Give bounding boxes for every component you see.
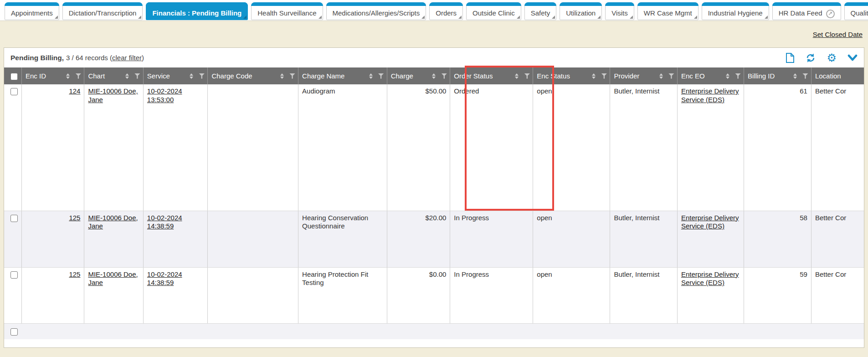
link-service[interactable]: 10-02-2024 13:53:00 [147, 87, 182, 103]
tab-label: Dictation/Transcription [69, 9, 137, 17]
link-enc_eo[interactable]: Enterprise Delivery Service (EDS) [681, 270, 739, 287]
column-header-enc-id[interactable]: Enc ID [22, 67, 84, 84]
tab-visits[interactable]: Visits [605, 2, 634, 20]
row-select-checkbox[interactable] [10, 271, 18, 279]
column-label: Enc ID [26, 72, 66, 80]
tab-outside-clinic[interactable]: Outside Clinic [466, 2, 521, 20]
column-label: Charge Code [211, 72, 280, 80]
column-header-order-status[interactable]: Order Status [450, 67, 533, 84]
link-enc_eo[interactable]: Enterprise Delivery Service (EDS) [681, 214, 739, 230]
sort-icon[interactable] [726, 73, 729, 79]
sort-icon[interactable] [190, 73, 193, 79]
column-label: Enc EO [681, 72, 726, 80]
column-header-enc-status[interactable]: Enc Status [533, 67, 610, 84]
cell-order_status: Ordered [450, 84, 533, 211]
filter-funnel-icon[interactable] [75, 73, 81, 79]
sort-icon[interactable] [592, 73, 596, 79]
tab-corner-fold-icon [597, 16, 601, 19]
link-chart[interactable]: MIE-10006 Doe, Jane [88, 214, 138, 230]
records-suffix: ) [142, 54, 144, 62]
link-chart[interactable]: MIE-10006 Doe, Jane [88, 87, 138, 103]
column-header-service[interactable]: Service [143, 67, 208, 84]
tab-corner-fold-icon [765, 16, 768, 19]
sort-icon[interactable] [66, 73, 70, 79]
sort-icon[interactable] [432, 73, 436, 79]
tab-corner-fold-icon [517, 16, 520, 19]
column-label: Service [147, 72, 190, 80]
sort-icon[interactable] [369, 73, 373, 79]
filter-funnel-icon[interactable] [524, 73, 530, 79]
tab-label: Outside Clinic [473, 9, 515, 17]
sort-icon[interactable] [515, 73, 519, 79]
tab-hr-data-feed[interactable]: HR Data Feed↗ [772, 2, 841, 20]
link-chart[interactable]: MIE-10006 Doe, Jane [88, 270, 138, 287]
column-header-billing-id[interactable]: Billing ID [744, 67, 812, 84]
clear-filter-link[interactable]: clear filter [112, 54, 142, 62]
column-label: Provider [614, 72, 659, 80]
row-select-checkbox[interactable] [10, 88, 18, 95]
tab-label: Safety [531, 9, 550, 17]
filter-funnel-icon[interactable] [134, 73, 140, 79]
tab-corner-fold-icon [243, 16, 247, 19]
cell-charge_code [208, 267, 298, 323]
cell-order_status: In Progress [450, 211, 533, 267]
tab-orders[interactable]: Orders [429, 2, 463, 20]
filter-funnel-icon[interactable] [441, 73, 447, 79]
select-all-checkbox[interactable] [10, 73, 18, 80]
set-closed-date-link[interactable]: Set Closed Date [813, 31, 863, 38]
column-header-charge[interactable]: Charge [387, 67, 450, 84]
filter-funnel-icon[interactable] [199, 73, 205, 79]
tab-utilization[interactable]: Utilization [560, 2, 602, 20]
tab-dictation-transcription[interactable]: Dictation/Transcription [62, 2, 143, 20]
tab-label: Health Surveillance [257, 9, 316, 17]
sort-icon[interactable] [125, 73, 129, 79]
chevron-down-icon[interactable] [847, 54, 858, 62]
filter-funnel-icon[interactable] [378, 73, 384, 79]
tab-medications-allergies-scripts[interactable]: Medications/Allergies/Scripts [326, 2, 426, 20]
link-enc_id[interactable]: 125 [69, 214, 80, 222]
tab-corner-fold-icon [458, 16, 462, 19]
column-header-location[interactable]: Location [811, 67, 864, 84]
filter-funnel-icon[interactable] [289, 73, 295, 79]
column-header-enc-eo[interactable]: Enc EO [677, 67, 744, 84]
select-all-header[interactable] [4, 67, 22, 84]
link-service[interactable]: 10-02-2024 14:38:59 [147, 214, 182, 230]
link-enc_id[interactable]: 124 [69, 87, 80, 95]
panel-actions: ⚙ [786, 53, 858, 63]
tab-label: WR Case Mgmt [644, 9, 692, 17]
table-body: 124MIE-10006 Doe, Jane10-02-2024 13:53:0… [4, 84, 864, 323]
tab-quality-of-care[interactable]: Quality of Care [844, 2, 868, 20]
filter-funnel-icon[interactable] [735, 73, 741, 79]
row-select-checkbox[interactable] [10, 215, 18, 222]
new-row-checkbox[interactable] [10, 328, 18, 336]
link-enc_id[interactable]: 125 [69, 270, 80, 278]
tab-corner-fold-icon [421, 16, 425, 19]
sort-icon[interactable] [793, 73, 797, 79]
sort-icon[interactable] [659, 73, 663, 79]
tab-appointments[interactable]: Appointments [5, 2, 59, 20]
new-document-icon[interactable] [786, 53, 795, 63]
sort-icon[interactable] [280, 73, 284, 79]
refresh-icon[interactable] [806, 53, 816, 63]
tab-label: Industrial Hygiene [708, 9, 763, 17]
column-header-charge-code[interactable]: Charge Code [208, 67, 298, 84]
tab-industrial-hygiene[interactable]: Industrial Hygiene [702, 2, 769, 20]
filter-funnel-icon[interactable] [601, 73, 607, 79]
tab-corner-fold-icon [694, 16, 697, 19]
column-header-charge-name[interactable]: Charge Name [298, 67, 387, 84]
tab-financials-pending-billing[interactable]: Financials : Pending Billing [146, 2, 248, 20]
cell-charge_name: Hearing Protection Fit Testing [298, 267, 387, 323]
link-enc_eo[interactable]: Enterprise Delivery Service (EDS) [681, 87, 739, 103]
column-label: Enc Status [537, 72, 592, 80]
table-row: 124MIE-10006 Doe, Jane10-02-2024 13:53:0… [4, 84, 864, 211]
tab-safety[interactable]: Safety [524, 2, 557, 20]
filter-funnel-icon[interactable] [802, 73, 808, 79]
tab-health-surveillance[interactable]: Health Surveillance [251, 2, 323, 20]
cell-service: 10-02-2024 14:38:59 [143, 267, 208, 323]
column-header-chart[interactable]: Chart [84, 67, 143, 84]
filter-funnel-icon[interactable] [668, 73, 674, 79]
link-service[interactable]: 10-02-2024 14:38:59 [147, 270, 182, 287]
column-header-provider[interactable]: Provider [610, 67, 678, 84]
tab-wr-case-mgmt[interactable]: WR Case Mgmt [637, 2, 699, 20]
gear-icon[interactable]: ⚙ [827, 53, 837, 62]
